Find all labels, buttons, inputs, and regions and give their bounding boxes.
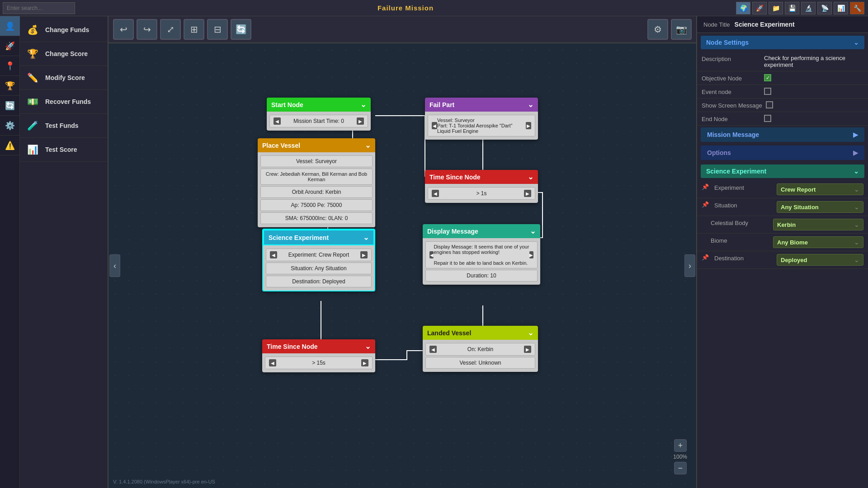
sidebar-item-change-score[interactable]: 🏆 Change Score [20, 42, 108, 66]
node-landed-collapse[interactable]: ⌄ [528, 328, 533, 337]
node-place-title: Place Vessel [262, 142, 300, 149]
main-layout: 👤 🚀 📍 🏆 🔄 ⚙️ ⚠️ 💰 Change Funds 🏆 Change … [0, 16, 868, 488]
right-panel-header: Node Title Science Experiment [697, 16, 868, 33]
toolbar-add[interactable]: ⊞ [184, 19, 204, 40]
icon-wrench[interactable]: 🔧 [850, 2, 864, 14]
node-title-value: Science Experiment [735, 21, 795, 28]
node-display-left-arrow[interactable]: ◀ [429, 251, 434, 258]
node-place-ap-pe: Ap: 75000 Pe: 75000 [260, 199, 373, 211]
sidebar-item-test-funds[interactable]: 🧪 Test Funds [20, 114, 108, 138]
sidebar-item-recover-funds[interactable]: 💵 Recover Funds [20, 90, 108, 114]
node-time1-left-arrow[interactable]: ◀ [432, 190, 439, 197]
experiment-dropdown[interactable]: Crew Report ⌄ [777, 183, 863, 195]
icon-chart[interactable]: 📊 [834, 2, 848, 14]
node-time2-collapse[interactable]: ⌄ [365, 342, 371, 351]
sidebar-item-test-score[interactable]: 📊 Test Score [20, 138, 108, 162]
node-science-experiment[interactable]: Science Experiment ⌄ ◀ Experiment: Crew … [262, 229, 375, 291]
node-fail-header: Fail Part ⌄ [425, 98, 538, 112]
destination-dropdown[interactable]: Deployed ⌄ [777, 254, 863, 266]
node-fail-collapse[interactable]: ⌄ [528, 100, 533, 109]
objective-node-label: Objective Node [702, 74, 760, 82]
toolbar-undo[interactable]: ↩ [113, 19, 134, 40]
toolbar-settings[interactable]: ⚙ [647, 19, 668, 40]
icon-folder[interactable]: 📁 [769, 2, 783, 14]
node-time1-right-arrow[interactable]: ▶ [524, 190, 531, 197]
nav-icon-trophy[interactable]: 🏆 [0, 76, 20, 96]
node-science-right-arrow[interactable]: ▶ [360, 251, 368, 258]
node-display-row1: ◀ Display Message: It seems that one of … [425, 241, 538, 268]
node-time2-left-arrow[interactable]: ◀ [269, 359, 276, 366]
icon-save[interactable]: 💾 [785, 2, 799, 14]
node-place-collapse[interactable]: ⌄ [365, 141, 371, 150]
end-node-checkbox[interactable] [764, 115, 771, 122]
show-screen-message-label: Show Screen Message [702, 101, 762, 109]
node-time-since-2[interactable]: Time Since Node ⌄ ◀ > 15s ▶ [262, 339, 375, 372]
node-start-title: Start Node [271, 101, 303, 108]
node-fail-part[interactable]: Fail Part ⌄ ◀ Vessel: SurveyorPart: T-1 … [425, 98, 538, 140]
node-start-collapse[interactable]: ⌄ [360, 100, 366, 109]
nav-icon-rocket[interactable]: 🚀 [0, 36, 20, 56]
zoom-out-button[interactable]: − [674, 462, 687, 474]
show-screen-message-checkbox[interactable] [766, 101, 773, 108]
zoom-in-button[interactable]: + [674, 439, 687, 452]
nav-icon-alert[interactable]: ⚠️ [0, 136, 20, 155]
node-fail-right-arrow[interactable]: ▶ [526, 122, 531, 129]
node-landed-vessel[interactable]: Landed Vessel ⌄ ◀ On: Kerbin ▶ Vessel: U… [423, 326, 538, 372]
icon-gear[interactable]: 🔬 [801, 2, 816, 14]
toolbar-redo[interactable]: ↪ [137, 19, 157, 40]
panel-science-experiment: Science Experiment ⌄ [701, 164, 864, 178]
objective-node-checkbox[interactable] [764, 74, 771, 81]
event-node-checkbox[interactable] [764, 88, 771, 95]
sidebar-item-modify-score[interactable]: ✏️ Modify Score [20, 66, 108, 90]
situation-pin-icon: 📌 [702, 201, 709, 208]
icon-globe[interactable]: 🌍 [736, 2, 750, 14]
biome-dropdown[interactable]: Any Biome ⌄ [773, 236, 863, 248]
node-place-vessel[interactable]: Place Vessel ⌄ Vessel: Surveyor Crew: Je… [258, 138, 375, 227]
node-display-message[interactable]: Display Message ⌄ ◀ Display Message: It … [423, 224, 540, 285]
node-time1-body: ◀ > 1s ▶ [425, 184, 538, 203]
node-settings-header[interactable]: Node Settings ⌄ [701, 36, 864, 49]
node-fail-body: ◀ Vessel: SurveyorPart: T-1 Toroidal Aer… [425, 112, 538, 140]
node-science-left-arrow[interactable]: ◀ [270, 251, 277, 258]
node-time1-collapse[interactable]: ⌄ [528, 173, 533, 181]
situation-dropdown[interactable]: Any Situation ⌄ [777, 201, 863, 213]
icon-signal[interactable]: 📡 [817, 2, 832, 14]
science-experiment-section-header[interactable]: Science Experiment ⌄ [701, 164, 864, 178]
left-sidebar: 👤 🚀 📍 🏆 🔄 ⚙️ ⚠️ 💰 Change Funds 🏆 Change … [0, 16, 108, 488]
search-input[interactable] [3, 2, 75, 14]
node-start-right-arrow[interactable]: ▶ [357, 117, 364, 125]
panel-field-objective-node: Objective Node [697, 71, 868, 85]
node-time1-header: Time Since Node ⌄ [425, 170, 538, 184]
left-content: 👤 🚀 📍 🏆 🔄 ⚙️ ⚠️ 💰 Change Funds 🏆 Change … [0, 16, 108, 488]
node-time-since-1[interactable]: Time Since Node ⌄ ◀ > 1s ▶ [425, 170, 538, 203]
icon-rocket[interactable]: 🚀 [752, 2, 767, 14]
sidebar-item-change-funds[interactable]: 💰 Change Funds [20, 18, 108, 42]
nav-icon-refresh[interactable]: 🔄 [0, 96, 20, 116]
canvas-area[interactable]: ‹ › Start Node ⌄ ◀ Mission Start Time: 0… [108, 43, 696, 488]
node-start-row: ◀ Mission Start Time: 0 ▶ [269, 115, 368, 127]
options-button[interactable]: Options ▶ [701, 145, 864, 160]
node-fail-left-arrow[interactable]: ◀ [432, 122, 437, 129]
mission-message-button[interactable]: Mission Message ▶ [701, 127, 864, 142]
node-start[interactable]: Start Node ⌄ ◀ Mission Start Time: 0 ▶ [267, 98, 371, 131]
toolbar-camera[interactable]: 📷 [671, 19, 692, 40]
node-landed-left-arrow[interactable]: ◀ [429, 346, 437, 353]
nav-icon-person[interactable]: 👤 [0, 16, 20, 36]
toolbar-expand[interactable]: ⤢ [160, 19, 181, 40]
node-display-collapse[interactable]: ⌄ [530, 227, 536, 235]
canvas-nav-left[interactable]: ‹ [109, 254, 120, 277]
node-landed-right-arrow[interactable]: ▶ [524, 346, 531, 353]
node-science-header: Science Experiment ⌄ [263, 230, 374, 245]
toolbar-refresh[interactable]: 🔄 [231, 19, 251, 40]
node-start-left-arrow[interactable]: ◀ [274, 117, 281, 125]
celestial-body-dropdown[interactable]: Kerbin ⌄ [773, 219, 863, 230]
nav-icon-pin[interactable]: 📍 [0, 56, 20, 76]
canvas-nav-right[interactable]: › [684, 254, 695, 277]
toolbar-remove[interactable]: ⊟ [207, 19, 228, 40]
node-science-title: Science Experiment [269, 234, 329, 241]
node-time2-right-arrow[interactable]: ▶ [361, 359, 368, 366]
node-science-collapse[interactable]: ⌄ [363, 233, 369, 242]
nav-icon-gear[interactable]: ⚙️ [0, 116, 20, 136]
options-arrow: ▶ [853, 149, 858, 156]
node-display-right-arrow[interactable]: ▶ [529, 251, 533, 258]
